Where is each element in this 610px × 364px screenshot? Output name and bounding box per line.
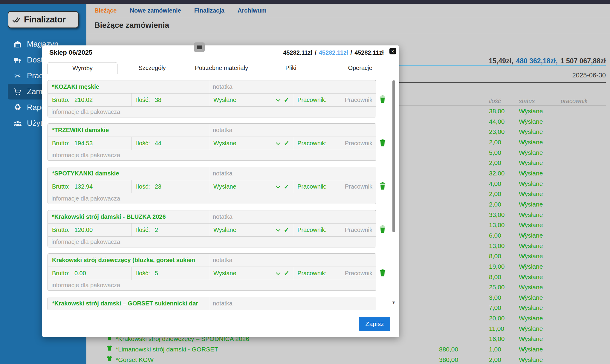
row-name: *Gorset KGW — [116, 355, 154, 364]
modal-tab-3[interactable]: Potrzebne materiały — [187, 62, 256, 74]
scrollbar-thumb[interactable] — [392, 80, 395, 232]
packer-info-input[interactable]: informacje dla pakowacza — [48, 193, 376, 204]
trash-icon[interactable] — [379, 268, 387, 277]
amount-segment: 45282.11zł — [283, 49, 312, 56]
brutto-field[interactable]: Brutto:120.00 — [48, 224, 132, 236]
check-icon: ✓ — [521, 168, 527, 179]
floating-icon-button[interactable] — [194, 42, 205, 52]
note-input[interactable]: notatka — [209, 80, 376, 93]
row-qty: 8,00 — [489, 272, 501, 282]
note-input[interactable]: notatka — [209, 124, 376, 137]
amount-separator: / — [351, 49, 352, 56]
row-qty: 1,00 — [489, 344, 501, 355]
product-card: *Krakowski strój damski – GORSET sukienn… — [48, 297, 388, 310]
modal-amounts: 45282.11zł/45282.11zł/45282.11zł — [283, 49, 384, 56]
close-icon[interactable]: × — [389, 48, 396, 54]
check-icon: ✓ — [284, 270, 289, 277]
qty-field[interactable]: Ilość:23 — [132, 180, 209, 193]
modal-tab-5[interactable]: Operacje — [325, 62, 395, 74]
product-card: *KOZAKI męskie notatka Brutto:210.02 Ilo… — [48, 80, 388, 117]
check-icon: ✓ — [521, 344, 527, 355]
check-icon: ✓ — [521, 272, 527, 282]
row-qty: 6,00 — [489, 230, 501, 241]
check-icon: ✓ — [521, 148, 527, 158]
check-icon: ✓ — [521, 220, 527, 230]
brutto-field[interactable]: Brutto:210.02 — [48, 94, 132, 106]
modal-tab-1[interactable]: Wyroby — [48, 62, 117, 74]
packer-info-input[interactable]: informacje dla pakowacza — [48, 107, 376, 117]
brutto-field[interactable]: Brutto:132.94 — [48, 180, 132, 193]
row-qty: 3,00 — [489, 293, 501, 303]
status-select[interactable]: Wysłane ✓ — [209, 180, 293, 193]
trash-icon[interactable] — [379, 138, 387, 147]
truck-icon — [13, 56, 22, 65]
table-row[interactable]: *Limanowski strój damski - GORSET 880,00… — [86, 344, 610, 355]
trash-icon[interactable] — [379, 182, 387, 191]
status-select[interactable]: Wysłane ✓ — [209, 137, 293, 150]
scroll-down-icon[interactable]: ▼ — [392, 300, 396, 305]
totals-summary: 15,49zł,480 362,18zł,1 507 067,88zł — [489, 57, 606, 65]
qty-field[interactable]: Ilość:5 — [132, 267, 209, 280]
packer-info-input[interactable]: informacje dla pakowacza — [48, 280, 376, 290]
check-icon: ✓ — [521, 137, 527, 148]
check-icon: ✓ — [521, 179, 527, 189]
check-icon: ✓ — [521, 251, 527, 261]
product-list: *KOZAKI męskie notatka Brutto:210.02 Ilo… — [48, 78, 391, 310]
check-icon: ✓ — [521, 293, 527, 303]
status-select[interactable]: Wysłane ✓ — [209, 94, 293, 106]
check-icon: ✓ — [521, 199, 527, 210]
row-qty: 2,00 — [489, 199, 501, 210]
product-name: Krakowski strój dziewczęcy (bluzka, gors… — [48, 254, 209, 267]
product-card: *SPOTYKANKI damskie notatka Brutto:132.9… — [48, 167, 388, 204]
check-icon: ✓ — [521, 117, 527, 127]
modal-tabs: WyrobySzczegółyPotrzebne materiałyPlikiO… — [48, 62, 395, 74]
check-icon: ✓ — [521, 158, 527, 168]
brutto-field[interactable]: Brutto:0.00 — [48, 267, 132, 280]
chevron-down-icon — [276, 140, 280, 145]
brutto-field[interactable]: Brutto:194.53 — [48, 137, 132, 150]
row-qty: 25,00 — [489, 282, 505, 293]
shirt-icon — [106, 355, 113, 361]
modal-tab-2[interactable]: Szczegóły — [117, 62, 187, 74]
product-card: *Krakowski strój damski - BLUZKA 2026 no… — [48, 210, 388, 247]
table-row[interactable]: *Gorset KGW 380,00 2,00 Wysłane✓ — [86, 355, 610, 364]
row-qty: 32,00 — [489, 168, 505, 179]
chevron-down-icon — [276, 184, 280, 189]
row-qty: 5,00 — [489, 148, 501, 158]
status-select[interactable]: Wysłane ✓ — [209, 267, 293, 280]
nav-tab-2[interactable]: Nowe zamówienie — [130, 7, 181, 14]
row-qty: 8,00 — [489, 251, 501, 261]
qty-field[interactable]: Ilość:2 — [132, 224, 209, 236]
worker-field[interactable]: Pracownik: Pracownik — [293, 137, 376, 150]
worker-field[interactable]: Pracownik: Pracownik — [293, 94, 376, 106]
qty-field[interactable]: Ilość:44 — [132, 137, 209, 150]
trash-icon[interactable] — [379, 225, 387, 234]
modal-tab-4[interactable]: Pliki — [256, 62, 325, 74]
note-input[interactable]: notatka — [209, 167, 376, 180]
page-title: Bieżące zamówienia — [94, 21, 169, 30]
row-qty: 2,00 — [489, 355, 501, 364]
cart-icon — [13, 87, 22, 96]
nav-tab-3[interactable]: Finalizacja — [194, 7, 224, 14]
app-window: Finalizator Magazyn Dostawy ✂ Pracownicy… — [0, 0, 610, 364]
save-button[interactable]: Zapisz — [359, 317, 390, 331]
worker-field[interactable]: Pracownik: Pracownik — [293, 267, 376, 280]
note-input[interactable]: notatka — [209, 297, 376, 310]
nav-tab-4[interactable]: Archiwum — [238, 7, 267, 14]
check-icon: ✓ — [284, 226, 289, 234]
worker-field[interactable]: Pracownik: Pracownik — [293, 224, 376, 236]
app-logo[interactable]: Finalizator — [8, 11, 79, 28]
nav-tab-1[interactable]: Bieżące — [94, 7, 117, 14]
trash-icon[interactable] — [379, 95, 387, 104]
packer-info-input[interactable]: informacje dla pakowacza — [48, 237, 376, 247]
worker-field[interactable]: Pracownik: Pracownik — [293, 180, 376, 193]
packer-info-input[interactable]: informacje dla pakowacza — [48, 150, 376, 160]
clipboard-icon — [197, 45, 202, 49]
divider — [86, 17, 610, 17]
note-input[interactable]: notatka — [209, 210, 376, 223]
note-input[interactable]: notatka — [209, 254, 376, 267]
product-card: *TRZEWIKI damskie notatka Brutto:194.53 … — [48, 123, 388, 161]
qty-field[interactable]: Ilość:38 — [132, 94, 209, 106]
status-select[interactable]: Wysłane ✓ — [209, 224, 293, 236]
chevron-down-icon — [276, 97, 280, 102]
